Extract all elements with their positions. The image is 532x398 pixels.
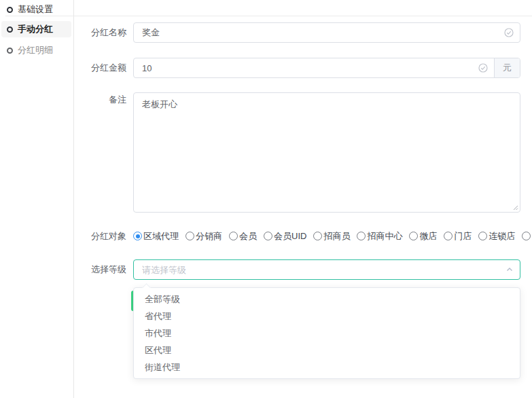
radio-option[interactable]: 供应商 [522,230,532,242]
menu-dot-icon [7,7,13,13]
radio-icon [229,232,238,240]
dividend-name-input[interactable] [134,23,520,42]
radio-icon [185,232,194,240]
sidebar-item-label: 基础设置 [18,3,53,16]
radio-option[interactable]: 招商中心 [357,230,402,242]
dividend-amount-input-wrap [134,58,494,77]
radio-icon [264,232,272,240]
sidebar-divider [73,0,74,398]
radio-label: 连锁店 [489,230,515,242]
sidebar: 基础设置 手动分红 分红明细 [0,0,73,398]
radio-icon [444,232,453,240]
circle-check-icon [478,63,488,73]
dropdown-option[interactable]: 街道代理 [134,359,520,376]
dividend-amount-field: 元 [133,58,520,78]
radio-label: 会员UID [274,230,306,242]
dividend-amount-label: 分红金额 [75,58,126,78]
dropdown-option[interactable]: 省代理 [134,308,520,325]
radio-icon [522,232,531,240]
radio-option[interactable]: 连锁店 [478,230,515,242]
sidebar-item-basic-settings[interactable]: 基础设置 [1,1,71,18]
dividend-name-label: 分红名称 [75,22,126,43]
sidebar-item-manual-dividend[interactable]: 手动分红 [1,21,71,37]
level-dropdown: 全部等级 省代理 市代理 区代理 街道代理 [133,287,520,379]
resize-handle-icon[interactable] [512,204,518,211]
radio-option[interactable]: 招商员 [313,230,350,242]
dropdown-option[interactable]: 区代理 [134,342,520,359]
content-top-divider [5,16,532,16]
radio-label: 招商中心 [367,230,402,242]
radio-label: 区域代理 [143,230,179,242]
dividend-target-label: 分红对象 [75,231,126,241]
radio-icon [409,232,418,240]
radio-label: 分销商 [196,230,222,242]
radio-icon [313,232,322,240]
radio-label: 会员 [239,230,257,242]
remark-textarea[interactable]: 老板开心 [134,93,520,212]
app-container: 基础设置 手动分红 分红明细 分红名称 分红金额 元 备注 老板开心 [0,0,532,398]
dividend-name-field [133,22,520,43]
level-select-input[interactable] [134,260,520,279]
remark-label: 备注 [75,90,126,110]
radio-label: 微店 [419,230,437,242]
sidebar-item-label: 手动分红 [18,23,53,35]
sidebar-item-label: 分红明细 [18,44,53,56]
dropdown-option[interactable]: 市代理 [134,325,520,342]
sidebar-item-dividend-details[interactable]: 分红明细 [1,42,71,58]
radio-label: 招商员 [323,230,350,242]
dividend-amount-input[interactable] [134,58,494,77]
radio-option[interactable]: 微店 [409,230,437,242]
level-select-label: 选择等级 [75,259,126,280]
remark-field: 老板开心 [133,92,520,213]
menu-dot-icon [7,26,13,33]
radio-option[interactable]: 会员 [229,230,257,242]
radio-option[interactable]: 区域代理 [133,230,179,242]
circle-check-icon [504,28,514,37]
amount-unit-append: 元 [494,58,520,77]
radio-option[interactable]: 分销商 [185,230,222,242]
radio-icon [357,232,366,240]
radio-label: 门店 [454,230,472,242]
radio-option[interactable]: 会员UID [264,230,306,242]
radio-option[interactable]: 门店 [444,230,472,242]
radio-selected-icon [133,232,142,240]
chevron-up-icon[interactable] [506,266,514,274]
radio-icon [478,232,487,240]
level-select[interactable] [133,259,520,280]
menu-dot-icon [7,48,13,54]
dividend-target-radio-group: 区域代理 分销商 会员 会员UID 招商员 招商中心 微店 门店 连锁店 供应商 [133,231,532,241]
dropdown-option[interactable]: 全部等级 [134,291,520,308]
